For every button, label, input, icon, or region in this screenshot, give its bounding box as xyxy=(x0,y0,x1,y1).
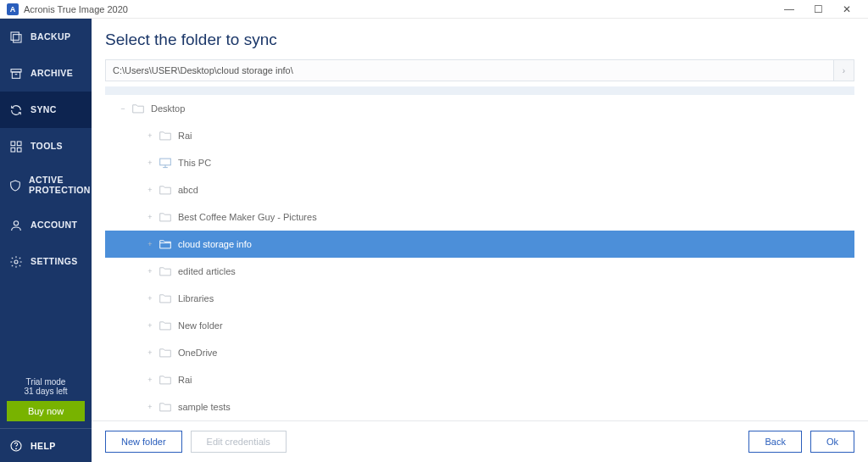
expand-icon[interactable]: + xyxy=(144,403,156,411)
folder-name: Libraries xyxy=(178,293,214,303)
folder-name: OneDrive xyxy=(178,348,217,358)
tree-item[interactable]: +sample tests xyxy=(105,393,854,420)
folder-name: Rai xyxy=(178,375,192,385)
svg-rect-5 xyxy=(11,142,15,146)
window-maximize-button[interactable]: ☐ xyxy=(804,3,832,15)
tree-item[interactable]: +Best Coffee Maker Guy - Pictures xyxy=(105,203,854,231)
sidebar: BACKUP ARCHIVE SYNC TOOLS xyxy=(0,19,92,462)
main-panel: Select the folder to sync › −Desktop+Rai… xyxy=(92,19,868,462)
folder-icon xyxy=(158,347,173,359)
tree-item[interactable]: +Rai xyxy=(105,366,854,393)
collapse-icon[interactable]: − xyxy=(117,104,129,113)
trial-info: Trial mode 31 days left Buy now xyxy=(0,377,92,428)
tree-item[interactable]: +edited articles xyxy=(105,258,854,285)
tree-item[interactable]: +cloud storage info xyxy=(105,231,854,258)
ok-button[interactable]: Ok xyxy=(810,431,854,453)
account-icon xyxy=(8,219,24,232)
folder-icon xyxy=(158,130,173,142)
expand-icon[interactable]: + xyxy=(144,240,156,248)
folder-name: Desktop xyxy=(151,103,185,114)
svg-rect-8 xyxy=(17,148,21,152)
help-label: HELP xyxy=(31,441,56,451)
sidebar-item-label: SETTINGS xyxy=(31,257,78,267)
folder-name: Rai xyxy=(178,131,192,141)
svg-point-12 xyxy=(16,448,17,448)
sidebar-item-account[interactable]: ACCOUNT xyxy=(0,207,92,243)
folder-name: cloud storage info xyxy=(178,239,252,249)
tree-item[interactable]: +New folder xyxy=(105,312,854,339)
shield-icon xyxy=(8,179,22,192)
help-icon xyxy=(8,439,24,453)
trial-mode-label: Trial mode xyxy=(7,377,85,387)
sidebar-item-label: ACCOUNT xyxy=(31,220,77,231)
path-input[interactable] xyxy=(105,59,834,81)
sidebar-item-label: ARCHIVE xyxy=(31,69,73,79)
expand-icon[interactable]: + xyxy=(144,294,156,303)
sidebar-nav: BACKUP ARCHIVE SYNC TOOLS xyxy=(0,19,92,377)
folder-icon xyxy=(158,211,173,223)
folder-name: abcd xyxy=(178,185,198,195)
expand-icon[interactable]: + xyxy=(144,186,156,194)
window-minimize-button[interactable]: — xyxy=(775,3,804,15)
folder-tree: −Desktop+Rai+This PC+abcd+Best Coffee Ma… xyxy=(105,95,854,420)
sidebar-item-label: BACKUP xyxy=(31,32,70,42)
sidebar-item-label: SYNC xyxy=(31,105,57,115)
sidebar-item-tools[interactable]: TOOLS xyxy=(0,128,92,164)
tree-root-desktop[interactable]: −Desktop xyxy=(105,95,854,122)
tree-header-strip xyxy=(105,86,854,95)
folder-name: edited articles xyxy=(178,266,236,276)
app-icon: A xyxy=(7,3,19,15)
expand-icon[interactable]: + xyxy=(144,348,156,357)
svg-rect-3 xyxy=(12,72,19,78)
tree-item[interactable]: +OneDrive xyxy=(105,339,854,366)
back-button[interactable]: Back xyxy=(748,431,801,453)
folder-icon xyxy=(158,238,173,250)
new-folder-button[interactable]: New folder xyxy=(105,431,182,453)
svg-point-10 xyxy=(14,260,18,264)
footer: New folder Edit credentials Back Ok xyxy=(92,420,868,462)
svg-rect-0 xyxy=(11,32,19,40)
tree-item[interactable]: +Libraries xyxy=(105,285,854,312)
folder-name: Best Coffee Maker Guy - Pictures xyxy=(178,212,317,222)
sidebar-item-archive[interactable]: ARCHIVE xyxy=(0,55,92,92)
svg-rect-13 xyxy=(160,159,171,165)
expand-icon[interactable]: + xyxy=(144,159,156,167)
buy-now-button[interactable]: Buy now xyxy=(7,401,85,421)
folder-icon xyxy=(158,265,173,277)
app-title: Acronis True Image 2020 xyxy=(24,4,128,14)
app-body: BACKUP ARCHIVE SYNC TOOLS xyxy=(0,19,868,462)
sidebar-item-settings[interactable]: SETTINGS xyxy=(0,243,92,280)
folder-icon xyxy=(158,401,173,413)
folder-name: sample tests xyxy=(178,402,231,412)
sidebar-item-label: TOOLS xyxy=(31,142,63,152)
svg-rect-1 xyxy=(14,34,21,42)
expand-icon[interactable]: + xyxy=(144,267,156,276)
svg-rect-7 xyxy=(11,148,15,152)
svg-rect-6 xyxy=(17,142,21,146)
tools-icon xyxy=(8,140,24,153)
tree-item[interactable]: +This PC xyxy=(105,149,854,176)
sidebar-item-sync[interactable]: SYNC xyxy=(0,92,92,128)
folder-name: This PC xyxy=(178,158,211,168)
sidebar-item-backup[interactable]: BACKUP xyxy=(0,19,92,55)
sidebar-item-help[interactable]: HELP xyxy=(0,428,92,462)
expand-icon[interactable]: + xyxy=(144,131,156,140)
tree-item[interactable]: +Rai xyxy=(105,122,854,149)
backup-icon xyxy=(8,31,24,44)
folder-icon xyxy=(158,374,173,386)
expand-icon[interactable]: + xyxy=(144,213,156,221)
trial-days-label: 31 days left xyxy=(7,387,85,396)
tree-item[interactable]: +abcd xyxy=(105,176,854,203)
folder-name: New folder xyxy=(178,320,223,331)
gear-icon xyxy=(8,255,24,269)
svg-point-9 xyxy=(14,220,18,225)
path-go-button[interactable]: › xyxy=(834,59,854,81)
folder-icon xyxy=(158,184,173,196)
page-title: Select the folder to sync xyxy=(105,31,854,49)
edit-credentials-button: Edit credentials xyxy=(191,431,287,453)
folder-icon xyxy=(158,320,173,331)
expand-icon[interactable]: + xyxy=(144,321,156,330)
sidebar-item-active-protection[interactable]: ACTIVE PROTECTION xyxy=(0,164,92,207)
expand-icon[interactable]: + xyxy=(144,376,156,384)
window-close-button[interactable]: ✕ xyxy=(832,3,861,15)
